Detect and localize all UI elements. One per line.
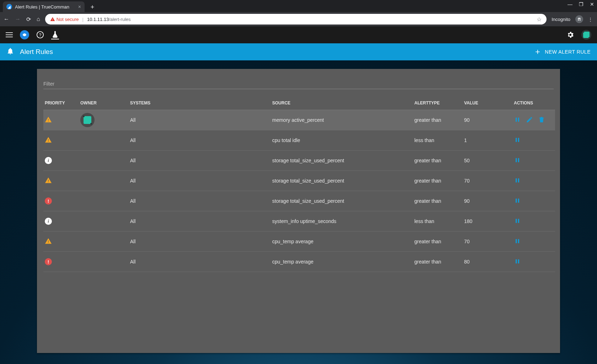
cell-value: 180 [463,211,512,232]
col-priority[interactable]: PRIORITY [43,96,79,110]
table-row[interactable]: Allcpu_temp averagegreater than70 [43,232,555,252]
col-alerttype[interactable]: ALERTTYPE [413,96,463,110]
cell-alerttype: less than [413,211,463,232]
pause-button[interactable] [514,238,521,246]
table-header-row: PRIORITY OWNER SYSTEMS SOURCE ALERTTYPE … [43,96,555,110]
cell-systems: All [129,191,271,211]
cell-actions [512,171,555,191]
table-row[interactable]: !Allcpu_temp averagegreater than80 [43,252,555,272]
app-toolbar: ? [0,26,597,43]
table-row[interactable]: !Allstorage total_size_used_percentgreat… [43,191,555,211]
incognito-icon [575,15,583,23]
window-close-icon[interactable]: ✕ [590,1,594,7]
nav-back-icon[interactable]: ← [4,16,9,22]
cell-value: 1 [463,130,512,151]
col-systems[interactable]: SYSTEMS [129,96,271,110]
page-title: Alert Rules [20,48,53,56]
cell-owner [79,171,129,191]
pause-button[interactable] [514,217,521,226]
table-row[interactable]: Allmemory active_percentgreater than90 [43,110,555,130]
priority-critical-icon: ! [45,258,52,265]
cell-source: cpu_temp average [271,252,413,272]
incognito-label: Incognito [552,17,570,22]
cell-source: cpu_temp average [271,232,413,252]
cell-alerttype: greater than [413,110,463,130]
url-bar[interactable]: Not secure | 10.1.11.13/alert-rules ☆ [45,14,547,25]
not-secure-badge[interactable]: Not secure [50,17,79,22]
cell-actions [512,252,555,272]
addressbar-right: Incognito ⋮ [552,15,593,23]
pause-button[interactable] [514,157,521,165]
pause-button[interactable] [514,136,521,145]
cell-actions [512,211,555,232]
browser-menu-icon[interactable]: ⋮ [588,17,593,22]
favicon-icon: ◢ [6,4,12,10]
priority-info-icon: i [45,218,52,225]
new-tab-button[interactable]: + [87,2,97,12]
pause-button[interactable] [514,197,521,205]
warning-triangle-icon [50,17,55,22]
nav-forward-icon: → [15,16,21,22]
cell-owner [79,252,129,272]
nav-reload-icon[interactable]: ⟳ [26,16,31,23]
filter-input[interactable] [43,79,554,89]
table-row[interactable]: Allcpu total idleless than1 [43,130,555,151]
url-path: /alert-rules [109,17,130,22]
cell-alerttype: less than [413,130,463,151]
cell-systems: All [129,130,271,151]
cell-source: storage total_size_used_percent [271,151,413,171]
cell-value: 90 [463,110,512,130]
cell-source: memory active_percent [271,110,413,130]
menu-hamburger-icon[interactable] [6,32,13,37]
window-maximize-icon[interactable]: ❐ [579,1,583,7]
priority-warning-icon [45,136,52,143]
cell-systems: All [129,151,271,171]
table-row[interactable]: Allstorage total_size_used_percentgreate… [43,171,555,191]
app-logo-icon[interactable] [20,30,29,39]
col-value[interactable]: VALUE [463,96,512,110]
alert-rules-card: PRIORITY OWNER SYSTEMS SOURCE ALERTTYPE … [37,69,560,353]
window-minimize-icon[interactable]: — [568,1,572,7]
cell-value: 70 [463,232,512,252]
bookmark-star-icon[interactable]: ☆ [537,16,542,23]
priority-info-icon: i [45,157,52,164]
new-alert-rule-label: NEW ALERT RULE [545,49,591,55]
priority-warning-icon [45,238,52,245]
cell-actions [512,191,555,211]
cell-priority: ! [43,252,79,272]
settings-gear-icon[interactable] [566,31,574,39]
not-secure-text: Not secure [57,17,79,22]
delete-button[interactable] [538,116,545,124]
pause-button[interactable] [514,116,521,124]
cell-value: 70 [463,171,512,191]
help-icon[interactable]: ? [36,31,44,39]
pause-button[interactable] [514,258,521,266]
cell-systems: All [129,110,271,130]
user-avatar[interactable] [581,30,591,40]
cell-priority [43,171,79,191]
col-actions: ACTIONS [512,96,555,110]
owner-avatar [80,113,95,127]
cell-systems: All [129,232,271,252]
nav-home-icon[interactable]: ⌂ [37,16,40,22]
cell-alerttype: greater than [413,171,463,191]
cell-value: 80 [463,252,512,272]
theme-icon[interactable] [51,31,59,39]
cell-priority: i [43,211,79,232]
col-source[interactable]: SOURCE [271,96,413,110]
cell-priority [43,232,79,252]
priority-warning-icon [45,177,52,184]
cell-source: system_info uptime_seconds [271,211,413,232]
browser-tab[interactable]: ◢ Alert Rules | TrueComman × [3,1,85,12]
plus-icon [534,48,541,55]
edit-button[interactable] [526,116,533,124]
pause-button[interactable] [514,177,521,185]
col-owner[interactable]: OWNER [79,96,129,110]
cell-value: 90 [463,191,512,211]
new-alert-rule-button[interactable]: NEW ALERT RULE [534,48,591,55]
tab-close-icon[interactable]: × [78,4,81,10]
url-text: 10.1.11.13/alert-rules [87,17,131,22]
table-row[interactable]: iAllstorage total_size_used_percentgreat… [43,151,555,171]
page-header: Alert Rules NEW ALERT RULE [0,43,597,60]
table-row[interactable]: iAllsystem_info uptime_secondsless than1… [43,211,555,232]
